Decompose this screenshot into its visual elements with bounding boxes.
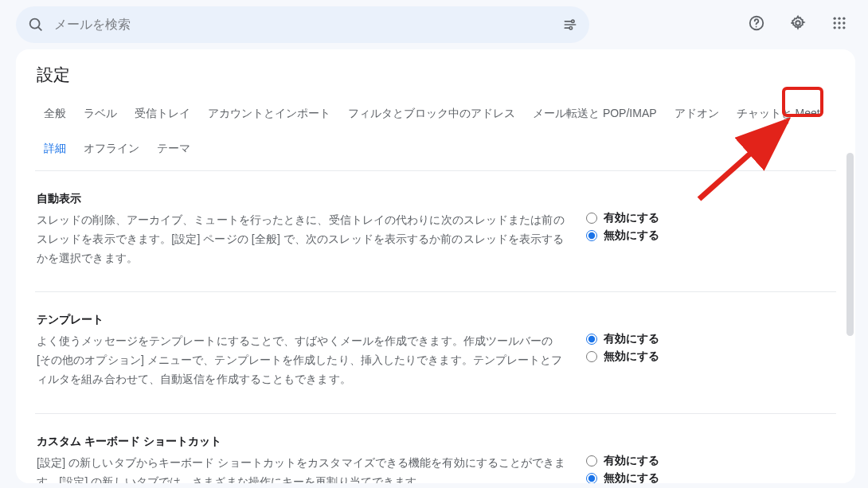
section-description: スレッドの削除、アーカイブ、ミュートを行ったときに、受信トレイの代わりに次のスレ… — [37, 211, 570, 267]
svg-point-12 — [843, 21, 845, 24]
gear-icon — [789, 14, 807, 35]
svg-point-5 — [756, 26, 757, 28]
section-title: テンプレート — [37, 313, 570, 327]
section-title: カスタム キーボード ショートカット — [37, 435, 570, 449]
section-title: 自動表示 — [37, 192, 570, 206]
svg-point-6 — [796, 21, 800, 25]
scrollbar-track[interactable] — [844, 153, 855, 483]
tab-チャットと Meet[interactable]: チャットと Meet — [728, 100, 829, 135]
svg-point-7 — [834, 18, 836, 20]
search-box[interactable] — [16, 6, 589, 43]
svg-point-2 — [572, 20, 574, 22]
svg-point-11 — [838, 21, 840, 24]
radio-option-disable[interactable]: 無効にする — [586, 471, 835, 483]
setting-section: 自動表示スレッドの削除、アーカイブ、ミュートを行ったときに、受信トレイの代わりに… — [35, 171, 836, 292]
radio-option-enable[interactable]: 有効にする — [586, 454, 835, 468]
svg-point-0 — [30, 19, 40, 29]
help-button[interactable] — [741, 9, 772, 41]
radio-label: 無効にする — [604, 349, 659, 364]
tab-アカウントとインポート[interactable]: アカウントとインポート — [199, 100, 339, 135]
apps-grid-icon — [831, 15, 847, 34]
section-description: よく使うメッセージをテンプレートにすることで、すばやくメールを作成できます。作成… — [37, 332, 570, 388]
svg-point-3 — [569, 27, 572, 29]
tab-受信トレイ[interactable]: 受信トレイ — [126, 100, 199, 135]
tab-詳細[interactable]: 詳細 — [35, 135, 75, 170]
radio-input[interactable] — [586, 213, 597, 224]
svg-point-10 — [834, 21, 836, 24]
radio-label: 有効にする — [604, 454, 659, 468]
radio-input[interactable] — [586, 455, 597, 467]
svg-point-9 — [843, 18, 845, 20]
radio-input[interactable] — [586, 334, 597, 345]
svg-point-15 — [843, 26, 845, 29]
help-icon — [748, 14, 765, 35]
scrollbar-thumb[interactable] — [846, 153, 854, 336]
tab-ラベル[interactable]: ラベル — [75, 100, 126, 135]
tab-アドオン[interactable]: アドオン — [666, 100, 728, 135]
radio-input[interactable] — [586, 230, 597, 241]
radio-option-enable[interactable]: 有効にする — [586, 332, 835, 346]
radio-input[interactable] — [586, 351, 597, 362]
radio-option-enable[interactable]: 有効にする — [586, 211, 835, 225]
radio-option-disable[interactable]: 無効にする — [586, 349, 835, 364]
tune-icon[interactable] — [562, 17, 578, 33]
tab-全般[interactable]: 全般 — [35, 100, 75, 135]
settings-tabs: 全般ラベル受信トレイアカウントとインポートフィルタとブロック中のアドレスメール転… — [35, 100, 836, 171]
tab-オフライン[interactable]: オフライン — [75, 135, 148, 170]
radio-label: 有効にする — [604, 332, 659, 346]
search-input[interactable] — [54, 18, 562, 32]
section-description: [設定] の新しいタブからキーボード ショートカットをカスタマイズできる機能を有… — [37, 454, 570, 483]
radio-label: 無効にする — [604, 471, 659, 483]
svg-point-14 — [838, 26, 840, 29]
radio-option-disable[interactable]: 無効にする — [586, 228, 835, 243]
tab-テーマ[interactable]: テーマ — [148, 135, 199, 170]
top-bar — [0, 0, 868, 49]
svg-point-13 — [834, 26, 836, 29]
settings-button[interactable] — [782, 9, 814, 41]
page-title: 設定 — [35, 64, 836, 86]
radio-label: 無効にする — [604, 228, 659, 243]
setting-section: テンプレートよく使うメッセージをテンプレートにすることで、すばやくメールを作成で… — [35, 292, 836, 413]
search-icon — [27, 16, 45, 33]
svg-point-8 — [838, 18, 840, 20]
tab-フィルタとブロック中のアドレス[interactable]: フィルタとブロック中のアドレス — [339, 100, 524, 135]
radio-label: 有効にする — [604, 211, 659, 225]
apps-button[interactable] — [823, 9, 855, 41]
tab-メール転送と POP/IMAP[interactable]: メール転送と POP/IMAP — [524, 100, 666, 135]
settings-card: 設定 全般ラベル受信トレイアカウントとインポートフィルタとブロック中のアドレスメ… — [16, 49, 855, 483]
svg-line-1 — [38, 27, 41, 30]
setting-section: カスタム キーボード ショートカット[設定] の新しいタブからキーボード ショー… — [35, 414, 836, 483]
radio-input[interactable] — [586, 473, 597, 483]
